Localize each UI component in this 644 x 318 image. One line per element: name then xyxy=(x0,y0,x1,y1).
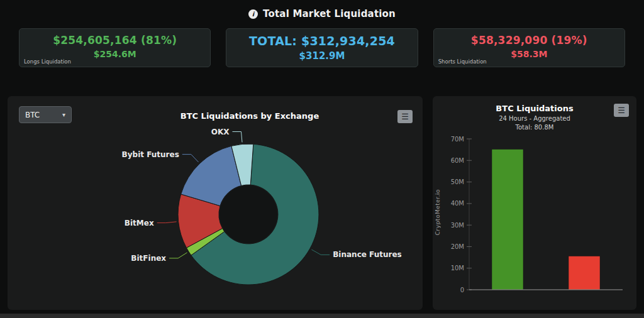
y-tick-label: 60M xyxy=(451,157,464,164)
longs-amount-short: $254.6M xyxy=(19,49,210,59)
shorts-amount-short: $58.3M xyxy=(434,49,625,59)
y-tick-label: 70M xyxy=(451,136,464,143)
stats-row: $254,605,164 (81%) $254.6M Longs Liquida… xyxy=(19,28,625,67)
bar-chart-subtitle: 24 Hours - Aggregated xyxy=(433,115,636,122)
total-amount-short: $312.9M xyxy=(226,50,417,62)
total-liquidation-card: TOTAL: $312,934,254 $312.9M xyxy=(226,28,418,67)
pie-label: OKX xyxy=(211,128,230,136)
longs-card-label: Longs Liquidation xyxy=(24,58,71,65)
bar-0[interactable] xyxy=(492,150,523,290)
pie-label-connector xyxy=(311,249,330,255)
bar-chart-title: BTC Liquidations xyxy=(433,96,636,113)
bar-chart-total: Total: 80.8M xyxy=(433,124,636,131)
exchange-liquidations-panel: BTC ▾ BTC Liquidations by Exchange ☰ Bin… xyxy=(8,96,423,310)
chart-menu-button[interactable]: ☰ xyxy=(397,110,413,123)
y-tick-label: 40M xyxy=(451,200,464,207)
liquidations-bar-chart: 010M20M30M40M50M60M70M xyxy=(440,134,629,304)
page-bottom-edge xyxy=(0,314,644,318)
y-tick-label: 50M xyxy=(451,178,464,185)
pie-label: Binance Futures xyxy=(333,250,402,259)
pie-label-connector xyxy=(233,132,243,143)
charts-row: BTC ▾ BTC Liquidations by Exchange ☰ Bin… xyxy=(8,96,636,310)
page-header: i Total Market Liquidation xyxy=(0,0,644,19)
pie-label: BitFinex xyxy=(131,254,166,263)
btc-liquidations-panel: BTC Liquidations 24 Hours - Aggregated T… xyxy=(433,96,636,310)
chevron-down-icon: ▾ xyxy=(62,111,65,118)
pie-label-connector xyxy=(157,222,177,223)
longs-liquidation-card: $254,605,164 (81%) $254.6M Longs Liquida… xyxy=(19,28,211,67)
y-tick-label: 10M xyxy=(451,265,464,271)
y-tick-label: 0 xyxy=(460,287,464,293)
longs-amount: $254,605,164 (81%) xyxy=(19,34,210,47)
shorts-card-label: Shorts Liquidation xyxy=(438,58,487,65)
info-icon: i xyxy=(248,9,258,19)
chart-menu-button[interactable]: ☰ xyxy=(614,104,629,117)
pie-label-connector xyxy=(169,253,187,258)
bar-1[interactable] xyxy=(569,256,600,290)
pie-label: Bybit Futures xyxy=(122,150,179,159)
exchange-donut-chart: Binance FuturesBitFinexBitMexBybit Futur… xyxy=(14,125,416,306)
shorts-amount: $58,329,090 (19%) xyxy=(434,34,625,47)
y-tick-label: 20M xyxy=(451,243,464,250)
page-title: Total Market Liquidation xyxy=(263,8,396,19)
pie-label: BitMex xyxy=(125,219,154,228)
pie-label-connector xyxy=(182,155,199,162)
shorts-liquidation-card: $58,329,090 (19%) $58.3M Shorts Liquidat… xyxy=(433,28,625,67)
coin-select[interactable]: BTC ▾ xyxy=(19,106,72,123)
total-amount: TOTAL: $312,934,254 xyxy=(226,34,417,48)
donut-hole xyxy=(219,185,277,243)
coin-select-value: BTC xyxy=(25,111,40,119)
y-tick-label: 30M xyxy=(451,222,464,229)
